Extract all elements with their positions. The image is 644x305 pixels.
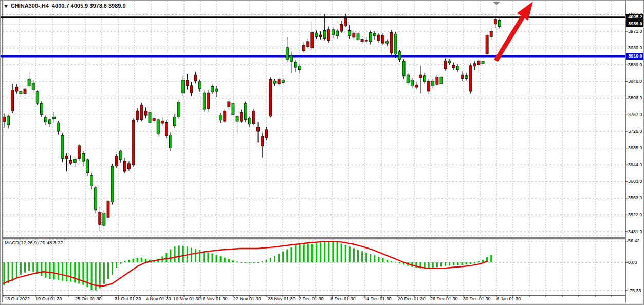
price-tick-label: 3971.0 xyxy=(628,29,643,34)
candle-body xyxy=(15,87,18,91)
macd-histogram-bar xyxy=(128,260,130,262)
candle-body xyxy=(269,79,272,116)
macd-plot xyxy=(3,241,492,290)
ohlc-values: 4000.7 4005.9 3978.6 3989.0 xyxy=(52,3,126,9)
candle-body xyxy=(382,35,384,43)
candle-body xyxy=(207,93,209,108)
macd-histogram-bar xyxy=(266,260,267,262)
candle-body xyxy=(257,127,260,131)
macd-histogram-bar xyxy=(466,262,467,264)
macd-histogram-bar xyxy=(303,244,305,262)
macd-histogram-bar xyxy=(428,262,430,269)
macd-histogram-bar xyxy=(353,248,355,262)
candle-body xyxy=(186,80,189,86)
macd-histogram-bar xyxy=(482,260,484,262)
candle-body xyxy=(40,103,43,114)
candle-body xyxy=(215,89,218,91)
price-tick-label: 3848.0 xyxy=(628,79,643,84)
macd-histogram-bar xyxy=(253,262,255,263)
candle-body xyxy=(494,19,496,24)
candle-body xyxy=(315,33,318,36)
candle-body xyxy=(307,42,309,47)
macd-histogram-bar xyxy=(345,245,346,262)
candle-body xyxy=(473,64,476,66)
macd-histogram-bar xyxy=(349,246,351,262)
macd-tick-label: -75.36 xyxy=(628,288,644,294)
macd-histogram-bar xyxy=(220,256,222,262)
macd-histogram-bar xyxy=(470,262,471,264)
macd-histogram-bar xyxy=(224,258,226,262)
candle-body xyxy=(240,112,243,121)
macd-histogram-bar xyxy=(395,262,396,262)
macd-histogram-bar xyxy=(341,244,342,262)
macd-histogram-bar xyxy=(282,252,284,262)
macd-histogram-bar xyxy=(16,262,17,277)
candle-body xyxy=(402,61,405,76)
candle-body xyxy=(253,111,255,124)
macd-histogram-bar xyxy=(53,262,55,280)
macd-histogram-bar xyxy=(453,262,454,265)
candle-body xyxy=(224,111,226,121)
macd-histogram-bar xyxy=(8,262,9,283)
macd-histogram-bar xyxy=(195,249,196,262)
candle-body xyxy=(461,75,464,78)
macd-histogram-bar xyxy=(41,262,42,276)
date-label: 25 Oct 01:30 xyxy=(75,296,102,301)
macd-histogram-bar xyxy=(203,251,205,262)
candle-body xyxy=(348,30,351,35)
candle-body xyxy=(107,201,109,217)
candle-body xyxy=(32,83,34,90)
candle-body xyxy=(174,117,176,126)
macd-histogram-bar xyxy=(116,262,117,268)
date-label: 26 Dec 01:30 xyxy=(430,296,458,301)
macd-histogram-bar xyxy=(236,262,238,262)
macd-histogram-bar xyxy=(141,258,142,262)
chart-shift-icon xyxy=(493,2,500,5)
candle-body xyxy=(103,213,105,225)
macd-histogram-bar xyxy=(245,262,246,263)
candle-body xyxy=(149,112,151,123)
macd-histogram-bar xyxy=(20,262,22,275)
candle-body xyxy=(411,80,413,86)
candle-body xyxy=(182,80,185,93)
candle-body xyxy=(128,164,131,169)
candle-body xyxy=(7,116,10,125)
macd-histogram-bar xyxy=(361,251,363,262)
candle-body xyxy=(53,117,56,118)
candle-body xyxy=(123,161,126,171)
candle-body xyxy=(282,80,284,83)
macd-histogram-bar xyxy=(436,262,438,267)
macd-histogram-bar xyxy=(207,252,209,262)
macd-histogram-bar xyxy=(357,250,359,262)
date-label: 31 Oct 01:30 xyxy=(115,296,141,301)
candle-body xyxy=(444,61,447,69)
macd-histogram-bar xyxy=(103,262,105,284)
date-label: 6 Jan 01:30 xyxy=(496,296,521,301)
candle-body xyxy=(211,86,214,92)
price-tick-label: 3481.0 xyxy=(628,229,643,235)
candle-body xyxy=(90,175,93,186)
chart-graphics[interactable] xyxy=(1,1,644,305)
grid-lines xyxy=(3,1,625,295)
symbol-dropdown-icon[interactable]: ▼ xyxy=(3,4,9,9)
candle-body xyxy=(394,34,397,54)
candle-body xyxy=(398,52,401,60)
macd-histogram-bar xyxy=(165,253,167,262)
candle-body xyxy=(407,75,409,83)
candle-body xyxy=(82,153,84,161)
macd-histogram-bar xyxy=(365,253,367,262)
candle-body xyxy=(86,160,89,173)
date-label: 14 Dec 01:30 xyxy=(364,296,392,301)
candle-body xyxy=(261,136,264,146)
macd-histogram-bar xyxy=(337,242,338,262)
macd-histogram-bar xyxy=(391,261,392,262)
candle-body xyxy=(45,117,47,122)
candle-body xyxy=(440,77,443,84)
macd-histogram-bar xyxy=(66,262,67,281)
macd-histogram-bar xyxy=(249,262,250,263)
macd-histogram-bar xyxy=(107,262,109,279)
macd-histogram-bar xyxy=(440,262,442,266)
macd-histogram-bar xyxy=(299,244,301,262)
candle-body xyxy=(295,62,297,67)
macd-histogram-bar xyxy=(45,262,47,278)
